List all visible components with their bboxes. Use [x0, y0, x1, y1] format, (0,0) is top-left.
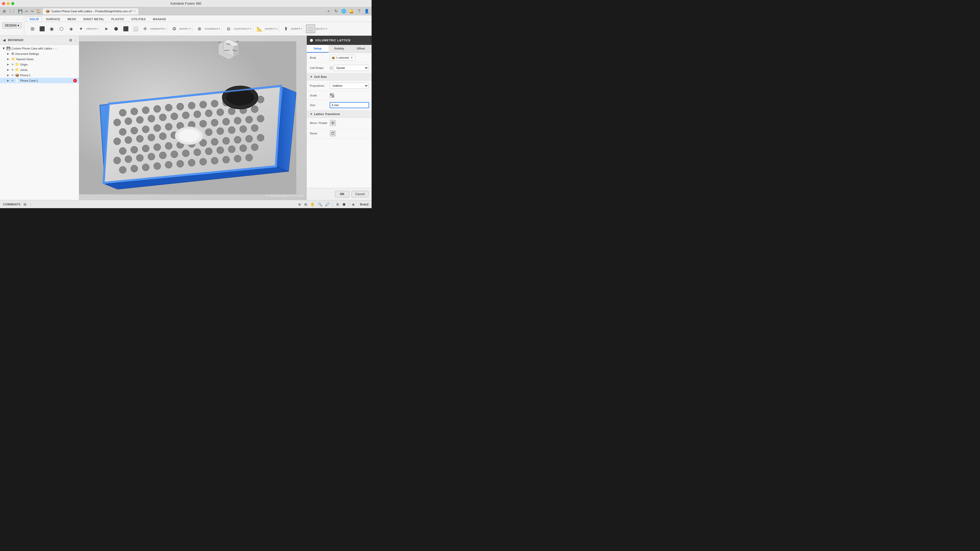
tree-item-doc-settings[interactable]: ▶ ⚙ Document Settings — [0, 51, 79, 56]
refresh-button[interactable]: ↻ — [333, 8, 339, 14]
redo-button[interactable]: ↪ — [30, 8, 35, 14]
extrude-tool[interactable]: ⬛ — [38, 25, 47, 33]
ribbon-tools: ⊞ ⬛ ◉ ⬡ ◈ ✦ CREATE ▾ — [24, 22, 372, 35]
tree-item-origin[interactable]: ▶ 👁 📁 Origin — [0, 62, 79, 67]
viewport[interactable]: TOP RIGHT FRONT ↖ ↗ ProductDesignOnline.… — [79, 36, 307, 200]
visual-style-button[interactable]: ⬢ — [342, 202, 347, 207]
body-clear-button[interactable]: ✕ — [350, 56, 353, 59]
gen4-tool[interactable]: ⬜ — [131, 25, 140, 33]
loft-tool[interactable]: ◈ — [67, 25, 76, 33]
lattice-transform-section[interactable]: ▼ Lattice Transform — [307, 110, 372, 118]
svg-marker-111 — [332, 124, 333, 125]
move-rotate-button[interactable] — [330, 120, 336, 126]
close-button[interactable] — [2, 2, 5, 5]
new-tab-button[interactable]: + — [326, 8, 331, 14]
joints-folder-icon: 📁 — [15, 68, 19, 72]
render-mode-button[interactable]: ◈ — [351, 202, 356, 207]
gen5-tool[interactable]: ✛ — [141, 25, 150, 33]
status-toggle-button[interactable]: ⊞ — [22, 202, 27, 207]
size-input[interactable] — [330, 102, 369, 108]
grid-menu-button[interactable]: ⋮⋮ — [8, 8, 16, 14]
inspect-label[interactable]: INSPECT ▾ — [265, 27, 277, 30]
display-mode-button[interactable]: 🖥 — [335, 202, 340, 207]
tab-manage[interactable]: MANAGE — [150, 16, 169, 22]
tab-offset[interactable]: Offset — [350, 45, 372, 52]
svg-point-36 — [223, 118, 230, 125]
sweep-tool[interactable]: ⬡ — [57, 25, 66, 33]
help-button[interactable]: ? — [356, 8, 362, 14]
minimize-button[interactable] — [6, 2, 10, 5]
tree-item-root[interactable]: ▼ 💾 Custom Phone Case with Lattice – ... — [0, 46, 79, 51]
browser-collapse-button[interactable]: ◀ — [2, 37, 6, 43]
revolve-icon: ◉ — [50, 26, 54, 32]
app-menu-button[interactable]: ⊞ — [2, 8, 6, 14]
tree-item-named-views[interactable]: ▶ 📁 Named Views — [0, 56, 79, 62]
assemble-arrow: ▾ — [219, 27, 220, 30]
tab-mesh[interactable]: MESH — [64, 16, 80, 22]
select-tool[interactable]: ⬚ — [306, 24, 315, 33]
construct-tool[interactable]: ⊘ — [224, 25, 233, 33]
pan-tool-button[interactable]: ✋ — [309, 202, 316, 207]
active-tab[interactable]: 📦 Custom Phone Case with Lattice – Produ… — [42, 8, 139, 14]
create-extra-tool[interactable]: ✦ — [76, 25, 86, 33]
save-button[interactable]: 💾 — [18, 8, 23, 14]
tab-solidity[interactable]: Solidity — [328, 45, 350, 52]
tab-close-button[interactable]: × — [134, 10, 136, 13]
tab-sheet-metal[interactable]: SHEET METAL — [80, 16, 107, 22]
zoom-in-button[interactable]: 🔎 — [324, 202, 331, 207]
cell-shape-select[interactable]: Gyroid — [334, 65, 369, 71]
new-component-tool[interactable]: ⊞ — [28, 25, 37, 33]
cell-size-section[interactable]: ▼ Cell Size — [307, 73, 372, 81]
revolve-tool[interactable]: ◉ — [47, 25, 56, 33]
svg-point-23 — [217, 109, 224, 116]
tree-item-phone[interactable]: ▶ 👁 📦 Phone:1 — [0, 73, 79, 78]
tab-plastic[interactable]: PLASTIC — [108, 16, 127, 22]
create-label[interactable]: CREATE ▾ — [86, 27, 98, 30]
select-label[interactable]: SELECT ▾ — [316, 27, 328, 30]
online-button[interactable]: 🌐 — [341, 8, 347, 14]
assemble-label[interactable]: ASSEMBLE ▾ — [204, 27, 220, 30]
tree-item-phonecase[interactable]: ▶ 👁 📄 Phone Case:1 — [0, 78, 79, 83]
navigation-cube[interactable]: TOP RIGHT FRONT ↖ ↗ — [217, 38, 240, 61]
assemble-tool[interactable]: ⊕ — [195, 25, 204, 33]
snap-tool-button[interactable]: ⊕ — [297, 202, 302, 207]
maximize-button[interactable] — [11, 2, 14, 5]
panel-header-icon: ⬢ — [310, 38, 313, 42]
proportions-select[interactable]: Uniform — [330, 83, 369, 89]
body-selected-badge[interactable]: 📦 1 selected ✕ — [330, 55, 355, 60]
reset-button[interactable] — [330, 130, 336, 137]
notification-button[interactable]: 🔔 — [348, 8, 354, 14]
undo-button[interactable]: ↩ — [24, 8, 29, 14]
gen1-tool[interactable]: ➤ — [102, 25, 111, 33]
grid-snap-button[interactable]: ⊞ — [303, 202, 308, 207]
tab-utilities[interactable]: UTILITIES — [128, 16, 149, 22]
cancel-button[interactable]: Cancel — [352, 191, 369, 197]
scale-icon[interactable] — [330, 93, 334, 98]
tab-surface[interactable]: SURFACE — [43, 16, 64, 22]
modify-label[interactable]: MODIFY ▾ — [180, 27, 191, 30]
svg-point-73 — [194, 149, 201, 156]
insert-tool[interactable]: ⬆ — [281, 25, 290, 33]
modify-tool[interactable]: ⚙ — [170, 25, 179, 33]
origin-visibility-icon: 👁 — [11, 63, 14, 66]
body-select-icon: 📦 — [331, 56, 335, 59]
account-button[interactable]: 👤 — [364, 8, 369, 14]
ok-button[interactable]: OK — [335, 191, 349, 197]
joints-arrow: ▶ — [7, 68, 10, 71]
tab-solid[interactable]: SOLID — [26, 16, 42, 22]
tab-setup[interactable]: Setup — [307, 45, 328, 52]
tree-item-joints[interactable]: ▶ 👁 📁 Joints — [0, 67, 79, 73]
reset-label: Reset — [310, 132, 328, 135]
gen3-tool[interactable]: ⬛ — [121, 25, 130, 33]
construct-label[interactable]: CONSTRUCT ▾ — [234, 27, 251, 30]
browser-options-button[interactable]: ⊞ — [68, 37, 73, 43]
design-dropdown[interactable]: DESIGN ▾ — [2, 22, 22, 29]
window-controls[interactable] — [2, 2, 14, 5]
gen2-tool[interactable]: ⬢ — [111, 25, 121, 33]
create-arrow: ▾ — [97, 27, 98, 30]
home-button[interactable]: 🏠 — [35, 8, 41, 14]
inspect-tool[interactable]: 📐 — [255, 25, 264, 33]
generate-label[interactable]: GENERATE ▾ — [150, 27, 166, 30]
zoom-tool-button[interactable]: 🔍 — [317, 202, 323, 207]
insert-label[interactable]: INSERT ▾ — [291, 27, 302, 30]
